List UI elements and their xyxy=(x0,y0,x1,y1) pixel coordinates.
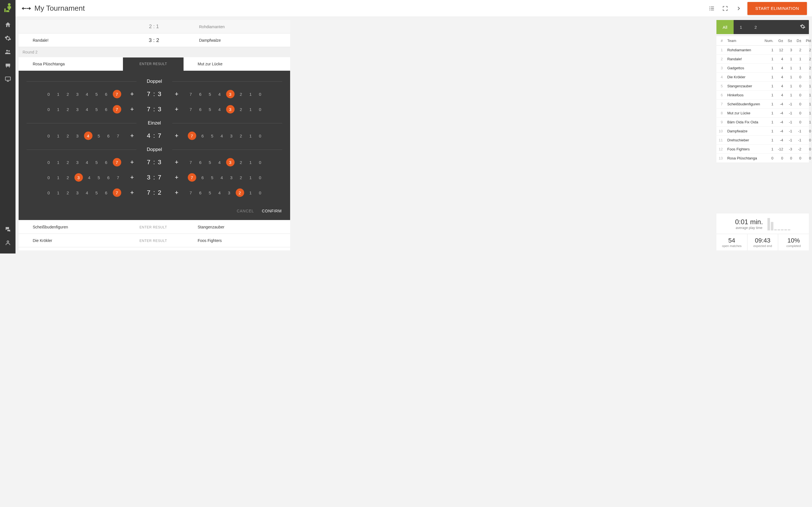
score-option[interactable]: 0 xyxy=(257,175,263,180)
score-option[interactable]: 3 xyxy=(74,190,81,195)
score-option[interactable]: 6 xyxy=(105,133,112,138)
score-option[interactable]: 7 xyxy=(188,160,194,165)
score-option[interactable]: 4 xyxy=(216,92,223,97)
chat-icon[interactable] xyxy=(0,223,15,236)
score-option[interactable]: 5 xyxy=(207,107,213,112)
score-option[interactable]: 2 xyxy=(236,188,244,197)
plus-icon[interactable]: + xyxy=(172,91,182,98)
score-option[interactable]: 1 xyxy=(55,190,61,195)
score-option[interactable]: 0 xyxy=(46,160,52,165)
score-option[interactable]: 5 xyxy=(207,190,213,195)
score-option[interactable]: 6 xyxy=(197,92,204,97)
score-option[interactable]: 3 xyxy=(229,133,235,138)
score-option[interactable]: 4 xyxy=(86,175,93,180)
score-option[interactable]: 0 xyxy=(257,160,263,165)
score-option[interactable]: 5 xyxy=(94,107,100,112)
plus-icon[interactable]: + xyxy=(128,132,137,139)
score-option[interactable]: 5 xyxy=(207,92,213,97)
score-option[interactable]: 6 xyxy=(197,160,204,165)
cancel-button[interactable]: CANCEL xyxy=(237,209,254,213)
score-option[interactable]: 7 xyxy=(115,133,121,138)
score-option[interactable]: 1 xyxy=(55,160,61,165)
plus-icon[interactable]: + xyxy=(128,189,137,196)
score-option[interactable]: 1 xyxy=(248,175,254,180)
settings-icon[interactable] xyxy=(0,32,15,45)
score-option[interactable]: 6 xyxy=(200,133,206,138)
score-option[interactable]: 7 xyxy=(113,188,121,197)
score-option[interactable]: 0 xyxy=(257,190,263,195)
enter-result-button[interactable]: ENTER RESULT xyxy=(128,57,179,70)
score-option[interactable]: 6 xyxy=(105,175,112,180)
plus-icon[interactable]: + xyxy=(128,91,137,98)
score-option[interactable]: 7 xyxy=(113,105,121,114)
score-option[interactable]: 1 xyxy=(248,92,254,97)
score-option[interactable]: 0 xyxy=(46,175,52,180)
score-option[interactable]: 4 xyxy=(84,160,90,165)
plus-icon[interactable]: + xyxy=(172,189,182,196)
score-option[interactable]: 0 xyxy=(257,92,263,97)
score-option[interactable]: 7 xyxy=(188,107,194,112)
score-option[interactable]: 2 xyxy=(238,107,244,112)
score-option[interactable]: 2 xyxy=(238,160,244,165)
score-option[interactable]: 6 xyxy=(103,92,109,97)
score-option[interactable]: 6 xyxy=(103,107,109,112)
score-option[interactable]: 5 xyxy=(94,92,100,97)
score-option[interactable]: 0 xyxy=(46,107,52,112)
score-option[interactable]: 6 xyxy=(103,160,109,165)
score-option[interactable]: 1 xyxy=(55,107,61,112)
score-option[interactable]: 0 xyxy=(257,107,263,112)
score-option[interactable]: 5 xyxy=(207,160,213,165)
score-option[interactable]: 2 xyxy=(65,92,71,97)
score-option[interactable]: 3 xyxy=(226,90,235,98)
score-option[interactable]: 1 xyxy=(248,107,254,112)
score-option[interactable]: 4 xyxy=(84,190,90,195)
score-option[interactable]: 3 xyxy=(226,105,235,114)
score-option[interactable]: 3 xyxy=(74,92,81,97)
score-option[interactable]: 5 xyxy=(209,133,215,138)
home-icon[interactable] xyxy=(0,18,15,32)
score-option[interactable]: 2 xyxy=(238,175,244,180)
score-option[interactable]: 0 xyxy=(257,133,263,138)
plus-icon[interactable]: + xyxy=(128,174,137,181)
score-option[interactable]: 2 xyxy=(65,133,71,138)
players-icon[interactable] xyxy=(0,45,15,59)
score-option[interactable]: 5 xyxy=(96,133,102,138)
score-option[interactable]: 6 xyxy=(103,190,109,195)
score-option[interactable]: 3 xyxy=(229,175,235,180)
score-option[interactable]: 7 xyxy=(188,92,194,97)
score-option[interactable]: 3 xyxy=(74,160,81,165)
score-option[interactable]: 1 xyxy=(55,92,61,97)
score-option[interactable]: 5 xyxy=(94,160,100,165)
score-option[interactable]: 1 xyxy=(55,175,61,180)
score-option[interactable]: 4 xyxy=(216,190,223,195)
plus-icon[interactable]: + xyxy=(128,159,137,166)
score-option[interactable]: 6 xyxy=(200,175,206,180)
score-option[interactable]: 6 xyxy=(197,190,204,195)
score-option[interactable]: 4 xyxy=(216,160,223,165)
score-option[interactable]: 4 xyxy=(216,107,223,112)
plus-icon[interactable]: + xyxy=(172,159,182,166)
display-icon[interactable] xyxy=(0,72,15,86)
score-option[interactable]: 4 xyxy=(84,92,90,97)
score-option[interactable]: 2 xyxy=(65,107,71,112)
score-option[interactable]: 5 xyxy=(94,190,100,195)
score-option[interactable]: 0 xyxy=(46,190,52,195)
score-option[interactable]: 1 xyxy=(248,190,254,195)
score-option[interactable]: 3 xyxy=(226,190,232,195)
score-option[interactable]: 0 xyxy=(46,92,52,97)
score-option[interactable]: 6 xyxy=(197,107,204,112)
score-option[interactable]: 7 xyxy=(115,175,121,180)
enter-result-button[interactable]: ENTER RESULT xyxy=(140,225,167,229)
score-option[interactable]: 2 xyxy=(65,190,71,195)
score-option[interactable]: 4 xyxy=(219,175,225,180)
score-option[interactable]: 4 xyxy=(84,131,93,140)
score-option[interactable]: 7 xyxy=(188,173,196,182)
score-option[interactable]: 2 xyxy=(65,175,71,180)
score-option[interactable]: 2 xyxy=(238,133,244,138)
score-option[interactable]: 1 xyxy=(55,133,61,138)
score-option[interactable]: 0 xyxy=(46,133,52,138)
account-icon[interactable] xyxy=(0,236,15,249)
enter-result-button[interactable]: ENTER RESULT xyxy=(140,239,167,243)
tables-icon[interactable] xyxy=(0,59,15,72)
score-option[interactable]: 3 xyxy=(74,133,81,138)
